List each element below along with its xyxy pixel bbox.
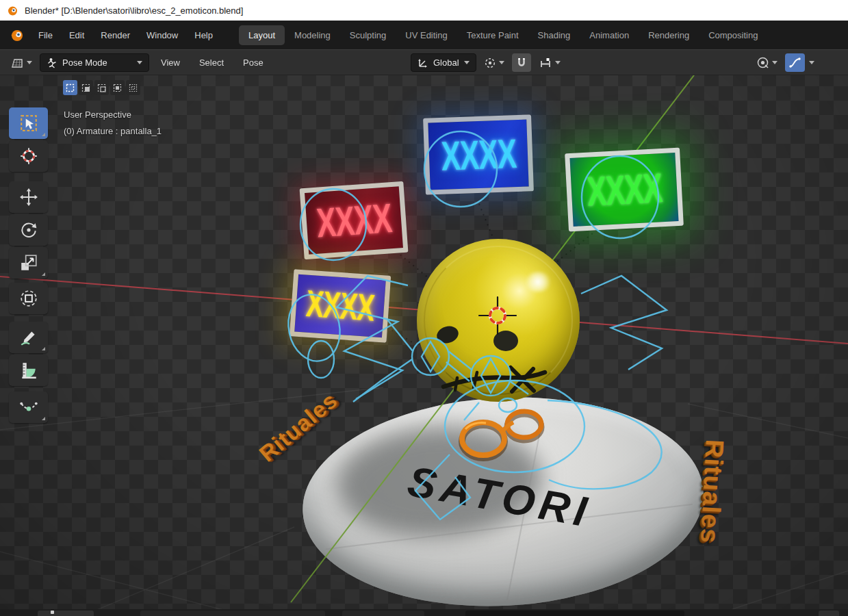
menu-file[interactable]: File	[30, 26, 61, 44]
pose-breakdowner-tool[interactable]	[9, 392, 48, 423]
pivot-point-icon	[484, 57, 496, 69]
snap-target-dropdown[interactable]	[535, 53, 564, 72]
tab-shading[interactable]: Shading	[528, 25, 580, 45]
select-invert-icon	[113, 84, 122, 92]
tab-rendering[interactable]: Rendering	[639, 25, 699, 45]
measure-tool-icon	[19, 361, 38, 380]
chevron-down-icon	[464, 61, 470, 64]
screen-text: XXXX	[440, 129, 517, 180]
transform-orientation-dropdown[interactable]: Global	[411, 53, 476, 72]
3d-viewport[interactable]: SATORI XXXX XXXX XXXX	[0, 75, 848, 609]
tab-sculpting[interactable]: Sculpting	[340, 25, 396, 45]
tab-compositing[interactable]: Compositing	[699, 25, 767, 45]
pose-breakdowner-tool-icon	[19, 398, 38, 417]
editor-type-selector[interactable]	[7, 53, 36, 72]
screen-object-red[interactable]: XXXX	[300, 181, 409, 259]
editor-type-icon	[10, 56, 24, 70]
transform-tool-icon	[19, 289, 38, 308]
viewport-header: Pose Mode View Select Pose Global	[0, 49, 848, 75]
screen-text: XXXX	[305, 282, 376, 329]
mode-label: Pose Mode	[62, 57, 107, 68]
screen-object-blue[interactable]: XXXX	[423, 114, 534, 194]
menu-edit[interactable]: Edit	[61, 26, 92, 44]
select-subtract-icon	[97, 84, 106, 92]
chevron-down-icon	[27, 61, 32, 64]
annotate-tool-icon	[19, 328, 38, 347]
scale-tool-icon	[19, 253, 38, 272]
screen-object-green[interactable]: XXXX	[565, 148, 684, 232]
timeline-frame-group[interactable]	[342, 611, 424, 616]
move-tool[interactable]	[9, 181, 48, 213]
tab-animation[interactable]: Animation	[580, 25, 639, 45]
pose-mode-icon	[47, 57, 57, 68]
titlebar: Blender* [D:\Blender\satori\libro\esc_2_…	[0, 0, 848, 21]
measure-tool[interactable]	[9, 355, 48, 386]
orientation-label: Global	[433, 57, 459, 68]
window-title: Blender* [D:\Blender\satori\libro\esc_2_…	[25, 5, 243, 16]
select-box-tool[interactable]	[9, 107, 48, 139]
select-mode-subtract-button[interactable]	[94, 80, 109, 95]
menu-select[interactable]: Select	[192, 53, 231, 72]
tab-texture-paint[interactable]: Texture Paint	[457, 25, 528, 45]
snap-magnet-icon	[515, 57, 528, 69]
select-mode-intersect-button[interactable]	[126, 80, 140, 95]
top-menubar: File Edit Render Window Help Layout Mode…	[0, 21, 848, 49]
blender-window: Blender* [D:\Blender\satori\libro\esc_2_…	[0, 0, 848, 616]
tab-uv-editing[interactable]: UV Editing	[396, 25, 457, 45]
chevron-down-icon[interactable]	[809, 61, 814, 64]
rotate-tool[interactable]	[9, 214, 48, 246]
blender-logo-icon[interactable]	[10, 27, 25, 42]
select-intersect-icon	[129, 84, 138, 92]
blender-logo-icon	[7, 5, 18, 16]
timeline-icon	[51, 611, 54, 614]
menu-window[interactable]: Window	[138, 26, 186, 44]
mode-dropdown[interactable]: Pose Mode	[40, 53, 149, 72]
tab-layout[interactable]: Layout	[239, 25, 285, 45]
timeline-strip	[0, 609, 848, 616]
view-perspective-label: User Perspective	[64, 110, 131, 120]
menu-view[interactable]: View	[153, 53, 188, 72]
select-mode-invert-button[interactable]	[110, 80, 125, 95]
chevron-down-icon	[772, 61, 778, 64]
active-object-label: (0) Armature : pantalla_1	[64, 126, 162, 136]
emoticon-object[interactable]	[417, 239, 580, 402]
timeline-editor-button[interactable]	[38, 611, 94, 616]
select-mode-buttons	[63, 80, 140, 95]
annotate-tool[interactable]	[9, 322, 48, 353]
chevron-down-icon	[499, 61, 504, 64]
transform-orientation-icon	[417, 57, 428, 68]
rotate-tool-icon	[19, 220, 38, 240]
select-mode-extend-button[interactable]	[79, 80, 93, 95]
proportional-editing-dropdown[interactable]	[753, 53, 781, 72]
tab-modeling[interactable]: Modeling	[285, 25, 340, 45]
cursor-tool-icon	[19, 146, 38, 166]
timeline-controls-group[interactable]	[140, 611, 325, 616]
screen-object-yellow[interactable]: XXXX	[290, 269, 391, 343]
select-box-tool-icon	[19, 114, 38, 133]
workspace-tabs: Layout Modeling Sculpting UV Editing Tex…	[239, 25, 841, 45]
chevron-down-icon	[137, 61, 142, 64]
snap-target-icon	[539, 57, 552, 69]
proportional-editing-icon	[756, 56, 769, 69]
select-new-icon	[66, 84, 75, 92]
falloff-toggle[interactable]	[785, 53, 805, 72]
chevron-down-icon	[555, 61, 561, 64]
scale-tool[interactable]	[9, 247, 48, 279]
timeline-playback-group[interactable]	[465, 611, 684, 616]
cursor-tool[interactable]	[9, 140, 48, 172]
snap-toggle[interactable]	[512, 53, 531, 72]
select-mode-new-button[interactable]	[63, 80, 77, 95]
move-tool-icon	[19, 188, 38, 207]
menu-help[interactable]: Help	[186, 26, 221, 44]
screen-text: XXXX	[586, 164, 663, 216]
menu-pose[interactable]: Pose	[235, 53, 271, 72]
select-extend-icon	[81, 84, 90, 92]
pivot-point-dropdown[interactable]	[480, 53, 508, 72]
timeline-end-group[interactable]	[819, 611, 839, 616]
transform-tool[interactable]	[9, 283, 48, 314]
falloff-icon	[788, 56, 801, 69]
screen-text: XXXX	[315, 194, 393, 247]
menu-render[interactable]: Render	[92, 26, 138, 44]
